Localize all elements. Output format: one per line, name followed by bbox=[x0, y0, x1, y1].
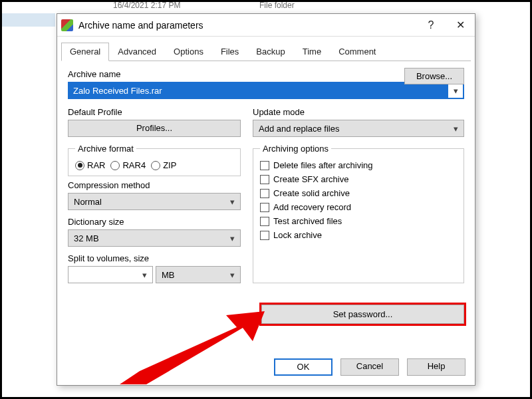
tab-files[interactable]: Files bbox=[212, 43, 247, 61]
chevron-down-icon[interactable]: ▾ bbox=[448, 83, 463, 98]
help-button[interactable]: ? bbox=[416, 15, 446, 35]
tab-comment[interactable]: Comment bbox=[330, 43, 384, 61]
tab-time[interactable]: Time bbox=[294, 43, 330, 61]
chevron-down-icon: ▾ bbox=[230, 233, 235, 243]
checkbox-icon bbox=[260, 189, 269, 198]
bg-file-type: File folder bbox=[259, 1, 295, 10]
tab-advanced[interactable]: Advanced bbox=[109, 43, 165, 61]
check-label: Test archived files bbox=[273, 216, 342, 226]
split-label: Split to volumes, size bbox=[68, 253, 241, 263]
titlebar: Archive name and parameters ? ✕ bbox=[57, 14, 475, 37]
tab-general[interactable]: General bbox=[61, 43, 109, 61]
check-label: Create solid archive bbox=[273, 188, 350, 198]
checkbox-icon bbox=[260, 161, 269, 170]
check-label: Create SFX archive bbox=[273, 174, 348, 184]
split-unit-select[interactable]: MB ▾ bbox=[156, 266, 241, 283]
radio-rar[interactable]: RAR bbox=[75, 160, 105, 170]
dictionary-size-label: Dictionary size bbox=[68, 217, 241, 227]
help-footer-button[interactable]: Help bbox=[407, 358, 466, 376]
default-profile-label: Default Profile bbox=[68, 107, 241, 117]
radio-zip[interactable]: ZIP bbox=[151, 160, 176, 170]
chevron-down-icon: ▾ bbox=[454, 124, 458, 134]
check-test[interactable]: Test archived files bbox=[260, 216, 457, 226]
check-solid[interactable]: Create solid archive bbox=[260, 188, 457, 198]
radio-rar4[interactable]: RAR4 bbox=[110, 160, 146, 170]
archiving-options-group: Archiving options Delete files after arc… bbox=[253, 144, 464, 283]
compression-method-label: Compression method bbox=[68, 180, 241, 190]
radio-dot-icon bbox=[110, 161, 120, 170]
chevron-down-icon: ▾ bbox=[230, 270, 235, 280]
bg-date: 16/4/2021 2:17 PM bbox=[113, 1, 180, 10]
checkbox-icon bbox=[260, 175, 269, 184]
bg-selected-row bbox=[2, 13, 55, 27]
tabstrip: General Advanced Options Files Backup Ti… bbox=[61, 42, 471, 61]
update-mode-select[interactable]: Add and replace files ▾ bbox=[253, 120, 464, 137]
tab-options[interactable]: Options bbox=[165, 43, 212, 61]
radio-rar4-label: RAR4 bbox=[122, 160, 146, 170]
update-mode-label: Update mode bbox=[253, 107, 464, 117]
check-label: Delete files after archiving bbox=[273, 160, 373, 170]
dictionary-size-value: 32 MB bbox=[74, 233, 99, 243]
checkbox-icon bbox=[260, 203, 269, 212]
check-sfx[interactable]: Create SFX archive bbox=[260, 174, 457, 184]
set-password-button[interactable]: Set password... bbox=[261, 305, 464, 324]
archiving-options-legend: Archiving options bbox=[260, 144, 331, 154]
dialog-title: Archive name and parameters bbox=[78, 20, 416, 31]
ok-button[interactable]: OK bbox=[274, 358, 332, 376]
archive-dialog: Archive name and parameters ? ✕ General … bbox=[57, 13, 475, 386]
check-delete-after[interactable]: Delete files after archiving bbox=[260, 160, 457, 170]
browse-button[interactable]: Browse... bbox=[404, 68, 464, 84]
close-button[interactable]: ✕ bbox=[446, 15, 475, 35]
set-password-label: Set password... bbox=[333, 309, 393, 319]
winrar-icon bbox=[61, 19, 73, 31]
check-label: Lock archive bbox=[273, 230, 322, 240]
checkbox-icon bbox=[260, 231, 269, 240]
radio-dot-icon bbox=[151, 161, 160, 170]
archive-format-legend: Archive format bbox=[75, 144, 136, 154]
compression-method-select[interactable]: Normal ▾ bbox=[68, 193, 241, 210]
chevron-down-icon: ▾ bbox=[230, 197, 235, 207]
split-size-select[interactable]: ▾ bbox=[68, 266, 153, 283]
check-recovery[interactable]: Add recovery record bbox=[260, 202, 457, 212]
check-lock[interactable]: Lock archive bbox=[260, 230, 457, 240]
dictionary-size-select[interactable]: 32 MB ▾ bbox=[68, 229, 241, 247]
radio-dot-icon bbox=[75, 161, 84, 170]
archive-format-group: Archive format RAR RAR4 ZIP bbox=[68, 144, 241, 176]
radio-zip-label: ZIP bbox=[163, 160, 176, 170]
cancel-button[interactable]: Cancel bbox=[340, 358, 399, 376]
check-label: Add recovery record bbox=[273, 202, 351, 212]
update-mode-value: Add and replace files bbox=[259, 124, 339, 134]
profiles-button[interactable]: Profiles... bbox=[68, 120, 241, 137]
radio-rar-label: RAR bbox=[87, 160, 105, 170]
tab-backup[interactable]: Backup bbox=[247, 43, 293, 61]
general-panel: Archive name Browse... ▾ Default Profile… bbox=[57, 61, 475, 295]
compression-method-value: Normal bbox=[74, 197, 102, 207]
archive-name-input[interactable] bbox=[69, 83, 448, 98]
checkbox-icon bbox=[260, 217, 269, 226]
split-unit-value: MB bbox=[162, 270, 175, 280]
chevron-down-icon: ▾ bbox=[142, 270, 147, 280]
dialog-footer: OK Cancel Help bbox=[274, 358, 466, 376]
